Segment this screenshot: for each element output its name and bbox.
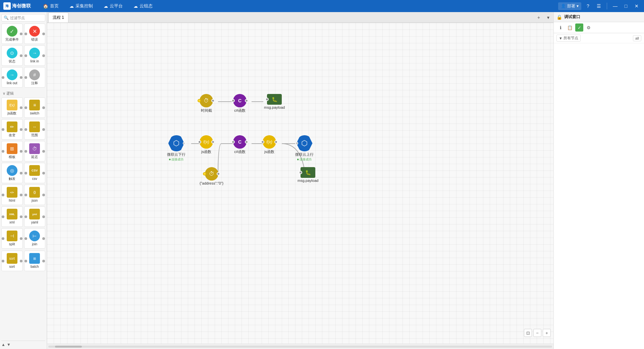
node-range[interactable]: ↔ 范围 xyxy=(24,119,46,140)
wl-up-sublabel: ■ 连接成功 xyxy=(297,157,312,162)
js-func2-label: js函数 xyxy=(201,149,211,154)
link-out-label: link out xyxy=(7,81,17,85)
debug-btn[interactable]: ✓ xyxy=(575,23,583,32)
scrollbar-thumb[interactable] xyxy=(55,346,82,348)
search-box[interactable]: 🔍 xyxy=(1,14,45,21)
flow-node-msg-payload2[interactable]: 🐛 msg.payload xyxy=(298,167,318,183)
flow-node-js-func2[interactable]: f(x) js函数 xyxy=(200,135,213,154)
flow-node-csharp1[interactable]: C c#函数 xyxy=(233,94,247,113)
node-xml[interactable]: XML xml xyxy=(1,206,23,227)
node-change[interactable]: ✏ 改变 xyxy=(1,119,23,140)
scrollbar-track[interactable] xyxy=(48,346,552,348)
json-icon: {} xyxy=(29,187,40,198)
settings-btn[interactable]: ⚙ xyxy=(585,23,593,32)
node-json[interactable]: {} json xyxy=(24,185,46,205)
node-batch[interactable]: ⊞ batch xyxy=(24,251,46,271)
user-dropdown[interactable]: 👤 部署 ▾ xyxy=(558,2,581,10)
csharp1-port-left xyxy=(231,99,235,102)
node-split[interactable]: ⊣ split xyxy=(1,228,23,249)
flow-node-msg-payload1[interactable]: 🐛 msg.payload xyxy=(264,94,285,109)
link-out-icon: → xyxy=(7,69,17,80)
template-label: 模板 xyxy=(9,155,15,159)
node-join[interactable]: ⊢ join xyxy=(24,228,46,249)
nav-cloud-label: 云平台 xyxy=(110,3,123,9)
xml-port xyxy=(20,215,22,218)
scroll-up-btn[interactable]: ▲ xyxy=(1,342,5,347)
msg-payload1-body: 🐛 xyxy=(267,94,282,105)
info-btn[interactable]: ℹ xyxy=(556,23,565,32)
node-html[interactable]: </> html xyxy=(1,185,23,205)
menu-btn[interactable]: ☰ xyxy=(595,2,603,10)
flow-node-wl-up[interactable]: ⬡ 微联云上行 ■ 连接成功 xyxy=(295,135,314,162)
add-tab-btn[interactable]: + xyxy=(535,13,543,21)
node-yaml[interactable]: yml yaml xyxy=(24,206,46,227)
node-link-out[interactable]: → link out xyxy=(1,67,23,88)
node-complete[interactable]: ✓ 完成事件 xyxy=(1,23,23,44)
zoom-in-btn[interactable]: + xyxy=(543,329,551,337)
section-logic[interactable]: ∨ 逻辑 xyxy=(1,90,45,97)
js-func3-label: js函数 xyxy=(264,149,274,154)
node-status[interactable]: ⊙ 状态 xyxy=(1,45,23,66)
nav-home[interactable]: 🏠 首页 xyxy=(38,0,64,12)
link-in-icon: → xyxy=(29,48,40,58)
zoom-out-btn[interactable]: − xyxy=(533,329,541,337)
node-js-func[interactable]: f(x) js函数 xyxy=(1,97,23,118)
split-port-left xyxy=(2,237,4,240)
section-collapse-icon: ∨ xyxy=(3,91,5,96)
flow-node-inject2[interactable]: ⏱ {"address":"0"} xyxy=(200,167,223,185)
change-port-left xyxy=(2,128,4,131)
trigger-port xyxy=(20,172,22,174)
scroll-down-btn[interactable]: ▼ xyxy=(7,342,11,347)
join-port-left xyxy=(24,237,27,240)
sort-port xyxy=(20,260,22,262)
csharp1-port-right xyxy=(245,99,248,102)
inject2-label: {"address":"0"} xyxy=(200,181,223,185)
node-csv[interactable]: CSV csv xyxy=(24,163,46,183)
user-label: 部署 xyxy=(567,3,575,9)
copy-btn[interactable]: 📋 xyxy=(566,23,574,32)
canvas-tab-flow1[interactable]: 流程 1 xyxy=(48,12,68,22)
xml-icon: XML xyxy=(7,209,17,219)
delay-port-left xyxy=(24,150,27,153)
help-btn[interactable]: ? xyxy=(584,2,592,10)
node-trigger[interactable]: ◎ 触发 xyxy=(1,163,23,183)
close-btn[interactable]: ✕ xyxy=(633,2,641,10)
fit-btn[interactable]: ⊡ xyxy=(524,329,532,337)
right-resize-handle[interactable] xyxy=(552,0,553,349)
csharp2-port-right xyxy=(245,140,248,144)
error-port xyxy=(42,33,45,35)
node-link-in[interactable]: → link in xyxy=(24,45,46,66)
csharp2-body: C xyxy=(233,135,247,149)
maximize-btn[interactable]: □ xyxy=(622,2,630,10)
main-layout: 🔍 ✓ 完成事件 ✕ 错误 ⊙ xyxy=(0,12,644,349)
flow-node-js-func3[interactable]: f(x) js函数 xyxy=(263,135,276,154)
flow-node-csharp2[interactable]: C c#函数 xyxy=(233,135,247,154)
flow-node-time-inject[interactable]: ⏱ 时间截 xyxy=(200,94,213,113)
switch-port xyxy=(42,106,45,109)
node-template[interactable]: ⊞ 模板 xyxy=(1,141,23,161)
complete-label: 完成事件 xyxy=(5,38,19,42)
node-sort[interactable]: sort sort xyxy=(1,251,23,271)
minimize-btn[interactable]: — xyxy=(611,2,619,10)
canvas-tab-actions: + ▾ xyxy=(535,13,552,21)
node-error[interactable]: ✕ 错误 xyxy=(24,23,46,44)
nav-collection[interactable]: ☁ 采集控制 xyxy=(64,0,98,12)
wl-down-sublabel: ■ 连接成功 xyxy=(169,157,184,162)
node-delay[interactable]: ⏱ 延迟 xyxy=(24,141,46,161)
filter-all-btn[interactable]: all xyxy=(633,35,641,41)
nav-collection-label: 采集控制 xyxy=(75,3,93,9)
nav-cloud-state[interactable]: ☁ 云组态 xyxy=(128,0,158,12)
flow-canvas[interactable]: ⏱ 时间截 C c#函数 🐛 msg.pay xyxy=(47,23,553,344)
flow-node-wl-down[interactable]: ⬡ 微联云下行 ■ 连接成功 xyxy=(167,135,185,162)
sidebar: 🔍 ✓ 完成事件 ✕ 错误 ⊙ xyxy=(0,12,47,349)
batch-icon: ⊞ xyxy=(29,253,40,264)
error-label: 错误 xyxy=(31,38,38,42)
tab-dropdown-btn[interactable]: ▾ xyxy=(544,13,552,21)
nav-cloud[interactable]: ☁ 云平台 xyxy=(98,0,128,12)
time-inject-body: ⏱ xyxy=(200,94,213,107)
node-switch[interactable]: ≡ switch xyxy=(24,97,46,118)
wl-up-label: 微联云上行 xyxy=(295,152,314,157)
search-input[interactable] xyxy=(10,16,47,20)
node-comment[interactable]: # 注释 xyxy=(24,67,46,88)
filter-nodes-btn[interactable]: ▼ 所有节点 xyxy=(556,35,581,42)
